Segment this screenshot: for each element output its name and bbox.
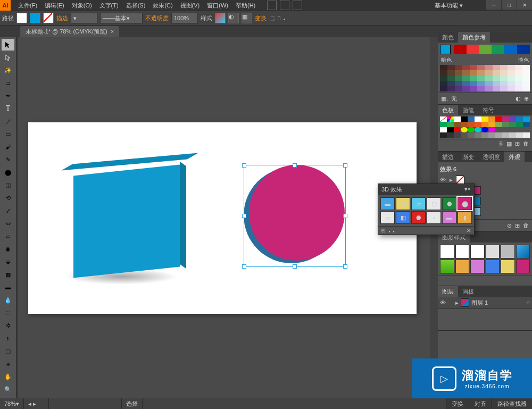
perspective-tool[interactable]: ⬙: [2, 256, 14, 268]
3d-effect-11[interactable]: ▬: [442, 211, 456, 224]
3d-effect-6[interactable]: ⬤: [458, 197, 472, 210]
close-button[interactable]: ✕: [517, 0, 532, 10]
selection-tool[interactable]: [2, 39, 14, 51]
swatch-lib-icon[interactable]: ⎘: [500, 140, 503, 150]
recolor-icon[interactable]: ◐: [228, 13, 239, 23]
toolbar-icon-2[interactable]: [280, 1, 289, 10]
3d-effect-1[interactable]: ▬: [380, 197, 395, 210]
lasso-tool[interactable]: ⊃: [2, 77, 14, 89]
tab-stroke[interactable]: 描边: [438, 152, 458, 163]
free-transform-tool[interactable]: ▱: [2, 230, 14, 242]
menu-select[interactable]: 选择(S): [123, 1, 149, 11]
document-tab[interactable]: 未标题-1* @ 78% (CMYK/预览) ×: [20, 26, 119, 37]
toolbar-icon-1[interactable]: [267, 1, 277, 10]
menu-type[interactable]: 文字(T): [96, 1, 122, 11]
selected-circle[interactable]: [244, 165, 347, 269]
menu-view[interactable]: 视图(V): [177, 1, 203, 11]
panel-3d-delete[interactable]: ✕: [467, 228, 471, 233]
tab-transparency[interactable]: 透明度: [478, 152, 504, 163]
magic-wand-tool[interactable]: ✨: [2, 64, 14, 76]
panel-3d-close[interactable]: ▾×: [464, 186, 471, 194]
paintbrush-tool[interactable]: 🖌: [2, 141, 14, 153]
menu-file[interactable]: 文件(F): [15, 1, 40, 11]
menu-edit[interactable]: 编辑(E): [41, 1, 68, 11]
tab-layers[interactable]: 图层: [438, 286, 458, 297]
artboard-tool[interactable]: ▢: [2, 345, 14, 357]
fill-swatch[interactable]: [30, 13, 40, 23]
pencil-tool[interactable]: ✎: [2, 154, 14, 165]
swatches-grid[interactable]: [440, 116, 530, 138]
eye-icon[interactable]: 👁: [440, 177, 446, 183]
tab-gradient[interactable]: 渐变: [458, 152, 478, 163]
add-to-swatches-icon[interactable]: ⊕: [524, 95, 529, 102]
tab-color[interactable]: 颜色: [438, 32, 458, 43]
3d-effect-3[interactable]: ▱: [411, 197, 426, 210]
swatch-menu-icon[interactable]: ▦: [506, 140, 512, 150]
brush-combo[interactable]: ─── 基本 ▾: [100, 13, 143, 23]
tab-swatches[interactable]: 色板: [438, 105, 458, 116]
blob-brush-tool[interactable]: ⬤: [2, 166, 14, 178]
3d-effect-10[interactable]: ▫: [427, 211, 441, 224]
panel-3d-effects[interactable]: 3D 效果▾× ▬ ◪ ▱ ▢ ⬣ ⬤ ▭ ◧ ⬣ ▫ ▬ ▮ ⎘ ◂ ▸ ✕: [378, 183, 475, 235]
align-icon[interactable]: ▦: [242, 13, 252, 23]
toolbar-icon-3[interactable]: [293, 1, 302, 10]
misc-control-1[interactable]: ⬚: [269, 15, 275, 22]
status-nav[interactable]: ◂ ▸: [24, 398, 49, 409]
color-wheel-icon[interactable]: ◐: [516, 95, 521, 102]
status-info[interactable]: [49, 398, 122, 409]
panel-3d-nav[interactable]: ⎘ ◂ ▸: [381, 228, 395, 233]
zoom-value[interactable]: 78% ▾: [0, 398, 24, 409]
layer-row-1[interactable]: 👁 ▸ 图层 1 ○: [438, 297, 532, 309]
menu-object[interactable]: 对象(O): [69, 1, 95, 11]
menu-help[interactable]: 帮助(H): [232, 1, 259, 11]
shape-builder-tool[interactable]: ◉: [2, 243, 14, 255]
rectangle-tool[interactable]: ▭: [2, 128, 14, 140]
3d-effect-12[interactable]: ▮: [458, 211, 472, 224]
workspace-switcher[interactable]: 基本功能 ▾: [435, 2, 463, 10]
3d-effect-4[interactable]: ▢: [427, 197, 441, 210]
3d-effect-8[interactable]: ◧: [396, 211, 410, 224]
direct-selection-tool[interactable]: [2, 52, 14, 63]
tab-align[interactable]: 对齐: [469, 398, 492, 409]
scale-tool[interactable]: ⤢: [2, 205, 14, 216]
style-swatch[interactable]: [215, 13, 226, 23]
3d-effect-5[interactable]: ⬣: [442, 197, 456, 210]
no-selection-icon[interactable]: [16, 13, 27, 23]
maximize-button[interactable]: □: [502, 0, 517, 10]
stroke-label[interactable]: 描边: [56, 14, 68, 22]
eraser-tool[interactable]: ◫: [2, 179, 14, 191]
symbol-sprayer-tool[interactable]: ✲: [2, 320, 14, 331]
graph-tool[interactable]: ⫾: [2, 332, 14, 344]
tab-symbols[interactable]: 符号: [478, 105, 498, 116]
gradient-tool[interactable]: ▬: [2, 281, 14, 293]
type-tool[interactable]: T: [2, 103, 14, 114]
appearance-delete-icon[interactable]: 🗑: [523, 222, 529, 229]
tab-artboards[interactable]: 画板: [458, 286, 478, 297]
mesh-tool[interactable]: ▦: [2, 269, 14, 280]
tab-brushes[interactable]: 画笔: [458, 105, 478, 116]
color-guide-grid[interactable]: [440, 65, 530, 91]
tab-pathfinder[interactable]: 路径查找器: [492, 398, 532, 409]
stroke-swatch[interactable]: [43, 13, 54, 23]
menu-window[interactable]: 窗口(W): [204, 1, 231, 11]
appearance-clear-icon[interactable]: ⊘: [507, 222, 512, 229]
eye-icon[interactable]: 👁: [440, 299, 446, 306]
graphic-styles-grid[interactable]: [438, 243, 532, 276]
eyedropper-tool[interactable]: 💧: [2, 294, 14, 306]
tab-color-guide[interactable]: 颜色参考: [458, 32, 490, 43]
menu-effect[interactable]: 效果(C): [149, 1, 176, 11]
opacity-value[interactable]: 100%: [171, 13, 198, 23]
3d-effect-2[interactable]: ◪: [396, 197, 410, 210]
width-tool[interactable]: ⇔: [2, 218, 14, 229]
minimize-button[interactable]: ─: [486, 0, 501, 10]
blend-tool[interactable]: ⸬: [2, 307, 14, 319]
tab-transform[interactable]: 变换: [446, 398, 469, 409]
line-tool[interactable]: ／: [2, 115, 14, 127]
appearance-new-icon[interactable]: ⊞: [515, 222, 520, 229]
pen-tool[interactable]: ✒: [2, 90, 14, 102]
hand-tool[interactable]: ✋: [2, 371, 14, 382]
3d-effect-9[interactable]: ⬣: [411, 211, 426, 224]
3d-effect-7[interactable]: ▭: [380, 211, 395, 224]
canvas-area[interactable]: [18, 37, 436, 398]
zoom-tool[interactable]: 🔍: [2, 383, 14, 395]
